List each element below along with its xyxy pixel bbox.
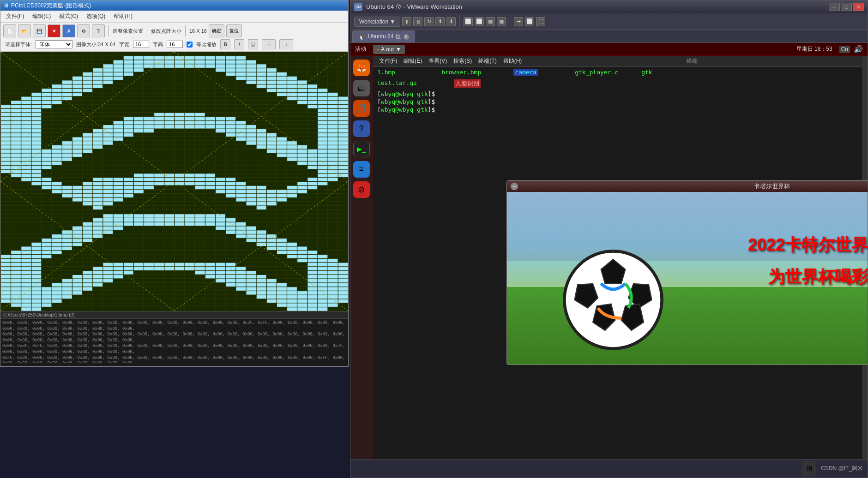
file-browser: browser.bmp [441, 69, 481, 76]
term-dir-1: gtk [417, 90, 428, 97]
flip-v-btn[interactable]: ↕ [279, 39, 293, 49]
equal-scale-check[interactable] [187, 42, 193, 48]
close-btn[interactable]: ✕ [853, 3, 864, 11]
toolbar-btn-reset[interactable]: 复位 [226, 24, 242, 37]
underline-btn[interactable]: U [248, 39, 258, 49]
sidebar-music[interactable]: 🎵 [353, 100, 370, 117]
pctolcd-icon: 🖥 [3, 2, 9, 9]
italic-btn[interactable]: I [234, 39, 244, 49]
sidebar-stop[interactable]: ⊘ [353, 181, 370, 198]
bold-btn[interactable]: B [220, 39, 230, 49]
toolbar-icon-5[interactable]: ⬇ [446, 17, 456, 26]
tab-close-btn[interactable]: ✕ [404, 34, 409, 40]
font-width-input[interactable] [133, 41, 149, 48]
spacer4 [627, 69, 632, 76]
minimize-btn[interactable]: ─ [829, 3, 840, 11]
pctolcd-toolbar: 📄 📂 💾 ✕ A ⚙ ? 调整像素位置 修改点阵大小 16 X 16 确定 复… [0, 23, 348, 52]
toolbar-icon-7[interactable]: ⬜ [475, 17, 484, 26]
ubuntu-tab-label: Ubuntu 64 位 [368, 33, 401, 41]
sidebar-terminal[interactable]: ▶_ [353, 141, 370, 157]
file-gtk: gtk [641, 69, 652, 76]
hex-content: 0x00, 0x00, 0x00, 0x00, 0x00, 0x00, 0x00… [0, 319, 348, 363]
worldcup-popup[interactable]: ─ 卡塔尔世界杯 ✕ [506, 180, 868, 365]
worldcup-subtitle-text: 为世界杯喝彩！ [768, 267, 868, 286]
font-height-input[interactable] [167, 41, 183, 48]
separator-3 [185, 25, 186, 36]
pctolcd-titlebar: 🖥 PCtoLCD2002完美版-(图形模式) [0, 0, 348, 11]
modify-label: 修改点阵大小 [151, 28, 181, 35]
sidebar-firefox[interactable]: 🦊 [353, 60, 370, 76]
vmware-tabbar: 🐧 Ubuntu 64 位 ✕ [350, 30, 868, 43]
toolbar-icon-3[interactable]: ↻ [424, 17, 434, 26]
popup-titlebar: ─ 卡塔尔世界杯 ✕ [507, 181, 868, 192]
maximize-btn[interactable]: □ [841, 3, 852, 11]
pctolcd-window: 🖥 PCtoLCD2002完美版-(图形模式) 文件(F) 编辑(E) 模式(C… [0, 0, 349, 367]
term-dir-3: gtk [417, 106, 428, 113]
toolbar-row1: 📄 📂 💾 ✕ A ⚙ ? 调整像素位置 修改点阵大小 16 X 16 确定 复… [1, 24, 347, 38]
font-size-label: 字宽 [119, 41, 129, 48]
spacer2 [490, 69, 504, 76]
ubuntu-vm-content[interactable]: 活动 ▪ A.out ▼ 星期日 16：53 Cn 🔊 🦊 🗂 🎵 ? [350, 43, 868, 478]
flip-h-btn[interactable]: ↔ [262, 39, 276, 49]
ubuntu-clock: 星期日 16：53 [796, 45, 832, 53]
vmware-titlebar: VM Ubuntu 64 位 - VMware Workstation ─ □ … [350, 0, 868, 13]
sidebar-vscode[interactable]: ≡ [353, 161, 370, 178]
popup-minimize-btn[interactable]: ─ [511, 183, 518, 190]
filepath-text: C:\Users\87250\Desktop\1.bmp (0) [3, 312, 75, 317]
toolbar-btn-confirm[interactable]: 确定 [209, 24, 224, 37]
term-menu-edit[interactable]: 编辑(E) [401, 56, 425, 66]
language-indicator[interactable]: Cn [839, 46, 850, 53]
file-camera: camera [513, 69, 538, 76]
term-menu-file[interactable]: 文件(F) [376, 56, 400, 66]
sidebar-files[interactable]: 🗂 [353, 80, 370, 96]
term-menu-search[interactable]: 搜索(S) [451, 56, 475, 66]
grid-canvas-area[interactable] [0, 52, 348, 311]
popup-title-text: 卡塔尔世界杯 [521, 182, 868, 191]
menu-mode[interactable]: 模式(C) [55, 12, 82, 21]
toolbar-icon-expand[interactable]: ⛶ [536, 17, 545, 26]
toolbar-btn-7[interactable]: ? [92, 24, 105, 37]
toolbar-btn-6[interactable]: ⚙ [77, 24, 90, 37]
toolbar-btn-2[interactable]: 📂 [18, 24, 31, 37]
worldcup-text-2: 为世界杯喝彩！ [768, 266, 868, 288]
pixel-grid[interactable] [0, 52, 348, 311]
clock-text: 星期日 16：53 [796, 46, 832, 52]
pctolcd-menubar: 文件(F) 编辑(E) 模式(C) 选项(Q) 帮助(H) [0, 11, 348, 23]
ubuntu-appname[interactable]: ▪ A.out ▼ [373, 45, 405, 54]
image-size-label: 图像大小:34 X 64 [76, 41, 115, 48]
prompt-2: [wbyq@wbyq gtk]$ [373, 98, 862, 105]
toolbar-icon-6[interactable]: ⬜ [464, 17, 473, 26]
grass-field [507, 287, 868, 364]
adjust-label: 调整像素位置 [113, 28, 143, 35]
menu-edit[interactable]: 编辑(E) [29, 12, 54, 21]
menu-options[interactable]: 选项(Q) [83, 12, 109, 21]
menu-file[interactable]: 文件(F) [2, 12, 28, 21]
ubuntu-tab[interactable]: 🐧 Ubuntu 64 位 ✕ [352, 30, 415, 42]
toolbar-btn-5[interactable]: A [62, 24, 75, 37]
equal-scale-label: 等比缩放 [196, 41, 217, 48]
taskbar-grid-icon[interactable]: ⊞ [802, 461, 816, 476]
terminal-window[interactable]: 文件(F) 编辑(E) 查看(V) 搜索(S) 终端(T) 帮助(H) 终端 1… [373, 56, 862, 478]
menu-help[interactable]: 帮助(H) [110, 12, 136, 21]
toolbar-icon-10[interactable]: ➡ [514, 17, 523, 26]
term-menu-terminal[interactable]: 终端(T) [476, 56, 499, 66]
toolbar-icon-9[interactable]: ▦ [497, 17, 506, 26]
worldcup-title-text: 2022卡特尔世界杯 [748, 235, 868, 254]
volume-icon[interactable]: 🔊 [854, 45, 863, 54]
font-name-select[interactable]: 宋体 [36, 40, 72, 48]
workstation-menu-btn[interactable]: Workstation ▼ [354, 17, 400, 27]
toolbar-icon-2[interactable]: 🖥 [413, 17, 422, 26]
toolbar-icon-8[interactable]: ▦ [486, 17, 495, 26]
sidebar-help[interactable]: ? [353, 120, 370, 137]
vmware-title-text: Ubuntu 64 位 - VMware Workstation [366, 3, 462, 11]
toolbar-btn-1[interactable]: 📄 [3, 24, 16, 37]
toolbar-btn-close[interactable]: ✕ [48, 24, 60, 37]
pause-btn[interactable]: ⏸ [402, 17, 411, 26]
toolbar-btn-save[interactable]: 💾 [33, 24, 46, 37]
vmware-toolbar: Workstation ▼ ⏸ 🖥 ↻ ⬆ ⬇ ⬜ ⬜ ▦ ▦ ➡ ⬜ ⛶ [350, 13, 868, 30]
term-menu-help[interactable]: 帮助(H) [500, 56, 525, 66]
term-menu-view[interactable]: 查看(V) [426, 56, 450, 66]
toolbar-icon-4[interactable]: ⬆ [435, 17, 445, 26]
ubuntu-activity[interactable]: 活动 [355, 45, 366, 53]
toolbar-icon-11[interactable]: ⬜ [525, 17, 534, 26]
